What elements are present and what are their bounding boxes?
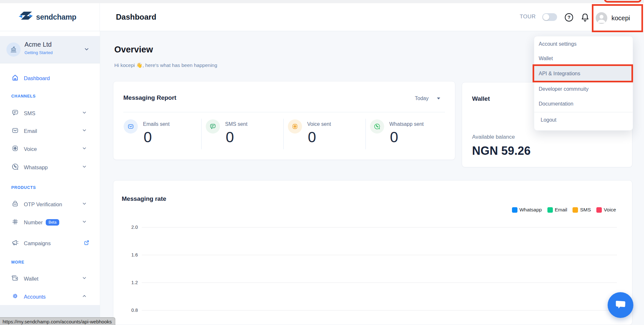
- period-value: Today: [415, 96, 429, 101]
- chevron-down-icon: [84, 46, 90, 53]
- sidebar-item-dashboard[interactable]: Dashboard: [0, 73, 100, 83]
- chevron-down-icon: [82, 201, 87, 208]
- sidebar-item-campaigns[interactable]: Campaigns: [0, 238, 100, 248]
- sidebar-item-label: Campaigns: [24, 240, 51, 246]
- stat-whatsapp-sent: Whatsapp sent 0: [370, 119, 444, 155]
- sendchamp-logo-icon: [19, 11, 33, 23]
- sidebar-item-voice[interactable]: Voice: [0, 144, 100, 154]
- legend-item-sms[interactable]: SMS: [573, 207, 591, 213]
- stat-label: SMS sent: [225, 121, 247, 127]
- legend-item-whatsapp[interactable]: Whatsapp: [512, 207, 542, 213]
- stat-value: 0: [226, 128, 234, 146]
- overview-title: Overview: [114, 45, 153, 55]
- link-status-tooltip: https://my.sendchamp.com/accounts/api-we…: [0, 317, 115, 325]
- sidebar-section-channels: CHANNELS: [11, 94, 36, 98]
- voice-waveform-icon: [288, 119, 302, 134]
- sidebar-section-more: MORE: [11, 260, 24, 265]
- sidebar-item-label: Email: [24, 128, 37, 134]
- legend-label: Email: [555, 207, 567, 213]
- org-subtitle: Getting Started: [24, 50, 52, 55]
- sidebar-item-accounts[interactable]: Accounts: [0, 292, 100, 302]
- menu-item-wallet[interactable]: Wallet: [539, 56, 553, 61]
- menu-item-api-integrations[interactable]: API & Integrations: [539, 71, 580, 77]
- gridline: [142, 310, 617, 311]
- beta-badge: Beta: [46, 219, 60, 226]
- page-title: Dashboard: [116, 13, 156, 22]
- building-icon: [6, 42, 21, 57]
- gridline: [142, 255, 617, 255]
- y-tick-label: 1.6: [123, 252, 138, 257]
- sidebar-item-label: Accounts: [24, 294, 46, 300]
- legend-label: SMS: [580, 207, 591, 213]
- hash-icon: [11, 218, 19, 227]
- menu-item-account-settings[interactable]: Account settings: [539, 41, 576, 47]
- sidebar-item-wallet[interactable]: Wallet: [0, 274, 100, 283]
- legend-label: Voice: [604, 207, 616, 213]
- stat-value: 0: [390, 128, 398, 146]
- envelope-icon: [124, 119, 138, 134]
- menu-item-documentation[interactable]: Documentation: [539, 101, 573, 107]
- whatsapp-icon: [370, 119, 384, 134]
- messaging-report-title: Messaging Report: [123, 94, 176, 101]
- svg-text:?: ?: [567, 14, 570, 20]
- user-menu-button[interactable]: kocepi: [596, 8, 641, 28]
- divider: [365, 119, 366, 149]
- available-balance-value: NGN 59.26: [472, 144, 531, 158]
- chart-legend: Whatsapp Email SMS Voice: [512, 207, 616, 213]
- chat-widget-button[interactable]: [608, 292, 633, 318]
- chevron-down-icon: [82, 219, 87, 226]
- org-selector[interactable]: Acme Ltd Getting Started: [0, 36, 100, 63]
- stat-value: 0: [144, 128, 152, 146]
- gridline: [142, 227, 617, 228]
- help-button[interactable]: ?: [564, 13, 573, 22]
- period-dropdown[interactable]: Today: [415, 96, 440, 101]
- stat-label: Emails sent: [143, 121, 170, 127]
- sidebar-item-number[interactable]: Number Beta: [0, 218, 100, 227]
- tour-toggle[interactable]: [542, 13, 557, 21]
- legend-label: Whatsapp: [519, 207, 542, 213]
- legend-item-voice[interactable]: Voice: [596, 207, 616, 213]
- caret-down-icon: [437, 98, 440, 99]
- stat-value: 0: [308, 128, 316, 146]
- messaging-rate-title: Messaging rate: [122, 195, 166, 202]
- voice-waveform-icon: [11, 144, 19, 153]
- y-tick-label: 2.0: [123, 225, 138, 230]
- notifications-button[interactable]: [581, 13, 590, 22]
- sidebar-item-whatsapp[interactable]: Whatsapp: [0, 162, 100, 172]
- divider: [123, 112, 445, 112]
- messaging-report-card: Messaging Report Today Emails sent 0 SMS…: [113, 81, 455, 160]
- tour-label: TOUR: [520, 14, 536, 20]
- sidebar-item-label: Voice: [24, 146, 37, 152]
- chevron-down-icon: [82, 146, 87, 152]
- legend-item-email[interactable]: Email: [547, 207, 567, 213]
- sidebar-item-label: Number: [24, 219, 43, 226]
- envelope-icon: [11, 126, 19, 135]
- menu-item-logout[interactable]: Logout: [541, 117, 556, 123]
- menu-item-developer-community[interactable]: Developer commnuity: [539, 86, 589, 92]
- brand-name: sendchamp: [36, 13, 76, 22]
- divider: [283, 119, 284, 149]
- sidebar-item-email[interactable]: Email: [0, 126, 100, 136]
- sidebar-item-label: Dashboard: [24, 75, 50, 81]
- lock-icon: [11, 200, 19, 209]
- org-name: Acme Ltd: [24, 41, 52, 48]
- stat-label: Voice sent: [307, 121, 331, 127]
- sms-icon: [11, 109, 19, 118]
- chevron-down-icon: [82, 110, 87, 116]
- legend-swatch: [573, 207, 578, 213]
- megaphone-icon: [11, 239, 19, 248]
- legend-swatch: [547, 207, 553, 213]
- sidebar-item-otp-verification[interactable]: OTP Verification: [0, 200, 100, 209]
- divider: [201, 119, 202, 149]
- username: kocepi: [611, 14, 630, 22]
- whatsapp-icon: [11, 163, 19, 172]
- chevron-up-icon: [82, 293, 87, 300]
- question-circle-icon: ?: [564, 17, 573, 23]
- legend-swatch: [596, 207, 602, 213]
- messaging-rate-card: Messaging rate Whatsapp Email SMS Voice …: [113, 180, 632, 325]
- stat-sms-sent: SMS sent 0: [206, 119, 280, 155]
- sidebar-item-sms[interactable]: SMS: [0, 108, 100, 118]
- logo-area: sendchamp: [0, 3, 100, 31]
- chevron-down-icon: [82, 275, 87, 282]
- y-tick-label: 1.2: [123, 280, 138, 285]
